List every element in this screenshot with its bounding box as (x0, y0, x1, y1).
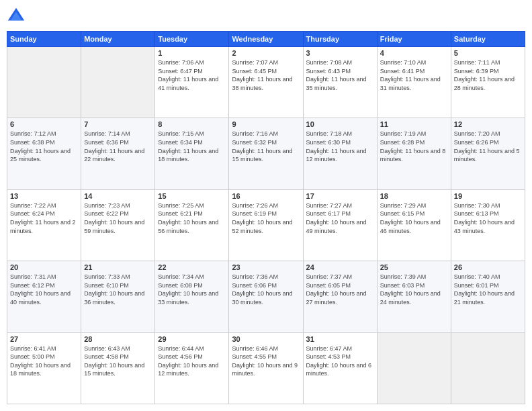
calendar-body: 1Sunrise: 7:06 AM Sunset: 6:47 PM Daylig… (7, 47, 525, 404)
day-info: Sunrise: 7:16 AM Sunset: 6:32 PM Dayligh… (232, 130, 300, 163)
day-number: 12 (454, 120, 522, 128)
calendar-cell: 3Sunrise: 7:08 AM Sunset: 6:43 PM Daylig… (303, 47, 377, 118)
day-number: 26 (454, 263, 522, 271)
calendar-cell: 7Sunrise: 7:14 AM Sunset: 6:36 PM Daylig… (81, 118, 155, 189)
day-number: 1 (158, 49, 226, 57)
day-info: Sunrise: 7:31 AM Sunset: 6:12 PM Dayligh… (10, 273, 78, 306)
day-number: 28 (84, 335, 152, 343)
dow-header: Wednesday (229, 32, 303, 47)
day-info: Sunrise: 6:44 AM Sunset: 4:56 PM Dayligh… (158, 345, 226, 378)
day-info: Sunrise: 7:22 AM Sunset: 6:24 PM Dayligh… (10, 201, 78, 235)
day-info: Sunrise: 7:15 AM Sunset: 6:34 PM Dayligh… (158, 130, 226, 163)
calendar-cell: 11Sunrise: 7:19 AM Sunset: 6:28 PM Dayli… (377, 118, 451, 189)
day-info: Sunrise: 7:23 AM Sunset: 6:22 PM Dayligh… (84, 201, 152, 235)
calendar-cell: 5Sunrise: 7:11 AM Sunset: 6:39 PM Daylig… (451, 47, 525, 118)
day-number: 22 (158, 263, 226, 271)
calendar-cell: 19Sunrise: 7:30 AM Sunset: 6:13 PM Dayli… (451, 189, 525, 261)
dow-header: Thursday (303, 32, 377, 47)
day-number: 18 (380, 192, 448, 200)
day-info: Sunrise: 7:12 AM Sunset: 6:38 PM Dayligh… (10, 130, 78, 163)
day-info: Sunrise: 6:46 AM Sunset: 4:55 PM Dayligh… (232, 345, 300, 378)
calendar-cell: 23Sunrise: 7:36 AM Sunset: 6:06 PM Dayli… (229, 261, 303, 332)
calendar-week-row: 1Sunrise: 7:06 AM Sunset: 6:47 PM Daylig… (7, 47, 525, 118)
day-number: 29 (158, 335, 226, 343)
calendar-cell: 17Sunrise: 7:27 AM Sunset: 6:17 PM Dayli… (303, 189, 377, 261)
day-number: 30 (232, 335, 300, 343)
day-number: 20 (10, 263, 78, 271)
day-number: 31 (306, 335, 374, 343)
day-info: Sunrise: 7:14 AM Sunset: 6:36 PM Dayligh… (84, 130, 152, 163)
day-number: 16 (232, 192, 300, 200)
day-info: Sunrise: 6:41 AM Sunset: 5:00 PM Dayligh… (10, 345, 78, 378)
calendar-cell: 15Sunrise: 7:25 AM Sunset: 6:21 PM Dayli… (155, 189, 229, 261)
day-info: Sunrise: 7:18 AM Sunset: 6:30 PM Dayligh… (306, 130, 374, 163)
calendar-week-row: 13Sunrise: 7:22 AM Sunset: 6:24 PM Dayli… (7, 189, 525, 261)
day-info: Sunrise: 7:29 AM Sunset: 6:15 PM Dayligh… (380, 201, 448, 235)
day-info: Sunrise: 7:11 AM Sunset: 6:39 PM Dayligh… (454, 58, 522, 92)
day-info: Sunrise: 7:07 AM Sunset: 6:45 PM Dayligh… (232, 58, 300, 92)
calendar-cell: 4Sunrise: 7:10 AM Sunset: 6:41 PM Daylig… (377, 47, 451, 118)
calendar-cell: 6Sunrise: 7:12 AM Sunset: 6:38 PM Daylig… (7, 118, 81, 189)
calendar-cell (377, 332, 451, 404)
calendar-week-row: 27Sunrise: 6:41 AM Sunset: 5:00 PM Dayli… (7, 332, 525, 404)
day-number: 21 (84, 263, 152, 271)
calendar-cell: 26Sunrise: 7:40 AM Sunset: 6:01 PM Dayli… (451, 261, 525, 332)
calendar-cell: 12Sunrise: 7:20 AM Sunset: 6:26 PM Dayli… (451, 118, 525, 189)
day-number: 17 (306, 192, 374, 200)
calendar-cell (7, 47, 81, 118)
day-info: Sunrise: 7:33 AM Sunset: 6:10 PM Dayligh… (84, 273, 152, 306)
day-number: 24 (306, 263, 374, 271)
day-info: Sunrise: 7:40 AM Sunset: 6:01 PM Dayligh… (454, 273, 522, 306)
calendar-cell: 9Sunrise: 7:16 AM Sunset: 6:32 PM Daylig… (229, 118, 303, 189)
day-number: 15 (158, 192, 226, 200)
calendar-cell: 22Sunrise: 7:34 AM Sunset: 6:08 PM Dayli… (155, 261, 229, 332)
logo-icon (7, 7, 26, 26)
calendar-cell: 14Sunrise: 7:23 AM Sunset: 6:22 PM Dayli… (81, 189, 155, 261)
calendar-cell: 18Sunrise: 7:29 AM Sunset: 6:15 PM Dayli… (377, 189, 451, 261)
day-info: Sunrise: 6:43 AM Sunset: 4:58 PM Dayligh… (84, 345, 152, 378)
day-number: 27 (10, 335, 78, 343)
days-of-week-row: SundayMondayTuesdayWednesdayThursdayFrid… (7, 32, 525, 47)
calendar-cell (81, 47, 155, 118)
day-info: Sunrise: 7:26 AM Sunset: 6:19 PM Dayligh… (232, 201, 300, 235)
day-info: Sunrise: 7:20 AM Sunset: 6:26 PM Dayligh… (454, 130, 522, 163)
day-info: Sunrise: 7:39 AM Sunset: 6:03 PM Dayligh… (380, 273, 448, 306)
day-info: Sunrise: 7:36 AM Sunset: 6:06 PM Dayligh… (232, 273, 300, 306)
dow-header: Sunday (7, 32, 81, 47)
calendar-table: SundayMondayTuesdayWednesdayThursdayFrid… (7, 31, 525, 404)
day-info: Sunrise: 7:08 AM Sunset: 6:43 PM Dayligh… (306, 58, 374, 92)
header (7, 7, 525, 26)
calendar-cell: 21Sunrise: 7:33 AM Sunset: 6:10 PM Dayli… (81, 261, 155, 332)
day-number: 2 (232, 49, 300, 57)
day-number: 11 (380, 120, 448, 128)
day-info: Sunrise: 7:30 AM Sunset: 6:13 PM Dayligh… (454, 201, 522, 235)
calendar-cell (451, 332, 525, 404)
day-info: Sunrise: 7:37 AM Sunset: 6:05 PM Dayligh… (306, 273, 374, 306)
calendar-cell: 29Sunrise: 6:44 AM Sunset: 4:56 PM Dayli… (155, 332, 229, 404)
calendar-cell: 24Sunrise: 7:37 AM Sunset: 6:05 PM Dayli… (303, 261, 377, 332)
day-number: 10 (306, 120, 374, 128)
day-number: 19 (454, 192, 522, 200)
calendar-cell: 1Sunrise: 7:06 AM Sunset: 6:47 PM Daylig… (155, 47, 229, 118)
day-info: Sunrise: 7:27 AM Sunset: 6:17 PM Dayligh… (306, 201, 374, 235)
day-number: 4 (380, 49, 448, 57)
day-info: Sunrise: 7:25 AM Sunset: 6:21 PM Dayligh… (158, 201, 226, 235)
day-info: Sunrise: 7:06 AM Sunset: 6:47 PM Dayligh… (158, 58, 226, 92)
dow-header: Tuesday (155, 32, 229, 47)
calendar-cell: 31Sunrise: 6:47 AM Sunset: 4:53 PM Dayli… (303, 332, 377, 404)
calendar-cell: 20Sunrise: 7:31 AM Sunset: 6:12 PM Dayli… (7, 261, 81, 332)
dow-header: Saturday (451, 32, 525, 47)
day-info: Sunrise: 7:34 AM Sunset: 6:08 PM Dayligh… (158, 273, 226, 306)
calendar-cell: 28Sunrise: 6:43 AM Sunset: 4:58 PM Dayli… (81, 332, 155, 404)
day-info: Sunrise: 7:19 AM Sunset: 6:28 PM Dayligh… (380, 130, 448, 163)
day-info: Sunrise: 7:10 AM Sunset: 6:41 PM Dayligh… (380, 58, 448, 92)
day-number: 7 (84, 120, 152, 128)
day-number: 25 (380, 263, 448, 271)
calendar-week-row: 6Sunrise: 7:12 AM Sunset: 6:38 PM Daylig… (7, 118, 525, 189)
dow-header: Monday (81, 32, 155, 47)
dow-header: Friday (377, 32, 451, 47)
calendar-week-row: 20Sunrise: 7:31 AM Sunset: 6:12 PM Dayli… (7, 261, 525, 332)
page-container: SundayMondayTuesdayWednesdayThursdayFrid… (0, 0, 532, 411)
day-number: 13 (10, 192, 78, 200)
day-number: 23 (232, 263, 300, 271)
